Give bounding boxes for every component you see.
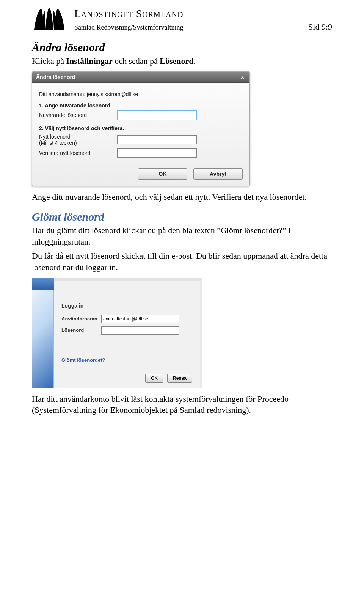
new-password-input[interactable] bbox=[117, 135, 197, 144]
organization-logo-icon bbox=[32, 7, 67, 33]
section-heading-forgot-password: Glömt lösenord bbox=[32, 210, 332, 223]
document-subtitle: Samlad Redovisning/Systemförvaltning bbox=[74, 24, 183, 32]
login-sidebar-decoration bbox=[32, 278, 54, 388]
intro-text-1: Klicka på bbox=[32, 56, 66, 66]
page-number: Sid 9:9 bbox=[308, 22, 332, 32]
new-password-label-l1: Nytt lösenord bbox=[39, 134, 70, 140]
login-ok-button[interactable]: OK bbox=[145, 374, 163, 383]
document-header: Landstinget Sörmland Samlad Redovisning/… bbox=[32, 7, 332, 33]
new-password-label: Nytt lösenord (Minst 4 tecken) bbox=[39, 134, 115, 147]
organization-name: Landstinget Sörmland bbox=[74, 8, 332, 20]
dialog-titlebar: Ändra lösenord x bbox=[32, 72, 249, 83]
change-password-dialog: Ändra lösenord x Ditt användarnamn: jenn… bbox=[32, 71, 250, 186]
intro-text-2: och sedan på bbox=[113, 56, 160, 66]
forgot-paragraph-2: Du får då ett nytt lösenord skickat till… bbox=[32, 250, 332, 273]
intro-paragraph: Klicka på Inställningar och sedan på Lös… bbox=[32, 55, 332, 67]
username-line: Ditt användarnamn: jenny.sikstrom@dll.se bbox=[39, 91, 243, 97]
login-dialog: Logga in Användarnamn Lösenord Glömt lös… bbox=[32, 278, 202, 388]
login-heading: Logga in bbox=[61, 303, 192, 309]
step-2-label: 2. Välj nytt lösenord och verifiera. bbox=[39, 125, 243, 131]
current-password-input[interactable] bbox=[117, 111, 197, 120]
verify-password-input[interactable] bbox=[117, 148, 197, 158]
new-password-label-l2: (Minst 4 tecken) bbox=[39, 140, 77, 146]
intro-bold-1: Inställningar bbox=[66, 56, 112, 66]
section-heading-change-password: Ändra lösenord bbox=[32, 41, 332, 54]
username-label: Användarnamn bbox=[61, 316, 101, 322]
forgot-paragraph-1: Har du glömt ditt lösenord klickar du på… bbox=[32, 225, 332, 247]
final-paragraph: Har ditt användarkonto blivit låst konta… bbox=[32, 393, 332, 416]
dialog-title: Ändra lösenord bbox=[36, 74, 75, 80]
forgot-password-link[interactable]: Glömt lösenordet? bbox=[61, 357, 192, 363]
cancel-button[interactable]: Avbryt bbox=[193, 168, 243, 180]
close-icon[interactable]: x bbox=[239, 74, 246, 80]
after-dialog-paragraph: Ange ditt nuvarande lösenord, och välj s… bbox=[32, 191, 332, 203]
login-reset-button[interactable]: Rensa bbox=[167, 374, 192, 383]
step-1-label: 1. Ange nuvarande lösenord. bbox=[39, 103, 243, 109]
verify-password-label: Verifiera nytt lösenord bbox=[39, 150, 115, 156]
intro-bold-2: Lösenord bbox=[160, 56, 193, 66]
intro-text-3: . bbox=[194, 56, 196, 66]
password-input[interactable] bbox=[101, 326, 179, 335]
current-password-label: Nuvarande lösenord bbox=[39, 112, 115, 118]
password-label: Lösenord bbox=[61, 327, 101, 333]
ok-button[interactable]: OK bbox=[138, 168, 187, 180]
username-input[interactable] bbox=[101, 315, 179, 323]
